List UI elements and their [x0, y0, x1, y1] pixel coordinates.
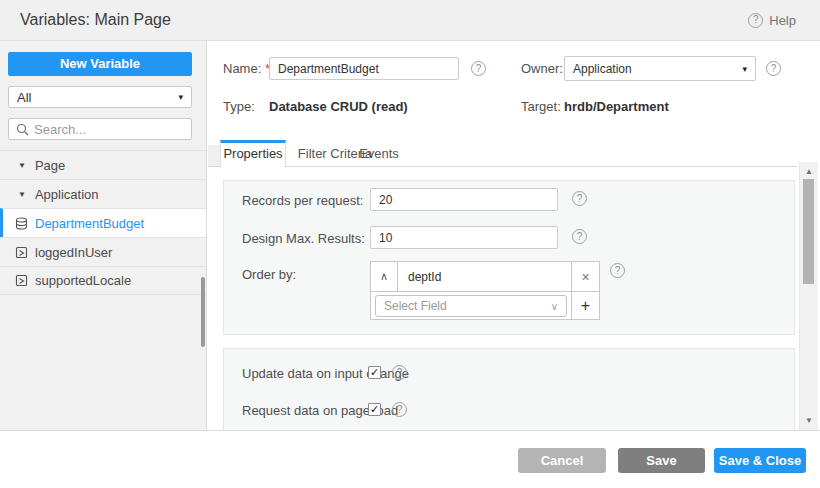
- update-data-help-icon[interactable]: ?: [392, 365, 407, 380]
- design-help-icon[interactable]: ?: [572, 229, 587, 244]
- behavior-settings-group: Update data on input change ✓ ? Request …: [223, 348, 795, 430]
- page-title: Variables: Main Page: [20, 0, 171, 40]
- order-by-row: ∧ deptId ×: [371, 262, 599, 291]
- help-icon: ?: [748, 13, 763, 28]
- request-data-help-icon[interactable]: ?: [392, 402, 407, 417]
- sort-direction-button[interactable]: ∧: [371, 262, 398, 291]
- help-label: Help: [769, 13, 796, 28]
- sidebar-scrollbar-thumb[interactable]: [201, 277, 205, 347]
- sidebar: New Variable All ▾ ▼ Page ▼ Application: [0, 41, 207, 430]
- tab-bar-notch: [208, 145, 220, 166]
- tree-item-loggedinuser[interactable]: loggedInUser: [0, 237, 206, 266]
- variable-filter-select[interactable]: All ▾: [8, 86, 192, 108]
- name-help-icon[interactable]: ?: [471, 61, 486, 76]
- request-data-checkbox[interactable]: ✓: [368, 403, 381, 416]
- search-icon: [15, 122, 29, 136]
- update-data-label: Update data on input change: [242, 366, 409, 381]
- expand-arrow-icon: ▼: [18, 190, 26, 199]
- target-label: Target:: [521, 99, 561, 114]
- design-max-results-input[interactable]: [370, 226, 558, 249]
- scroll-down-arrow-icon[interactable]: ▼: [800, 416, 818, 425]
- dialog-header: Variables: Main Page ? Help: [0, 0, 820, 41]
- order-by-control: ∧ deptId × Select Field ∨ +: [370, 261, 600, 320]
- type-label: Type:: [223, 99, 255, 114]
- caret-up-icon: ∧: [380, 270, 388, 283]
- tab-properties[interactable]: Properties: [220, 140, 286, 167]
- database-variable-icon: [14, 216, 28, 230]
- select-field-cell: Select Field ∨: [371, 292, 571, 320]
- remove-field-button[interactable]: ×: [571, 262, 599, 291]
- save-button[interactable]: Save: [618, 448, 705, 473]
- query-settings-group: Records per request: ? Design Max. Resul…: [223, 180, 795, 335]
- scroll-up-arrow-icon[interactable]: ▲: [800, 167, 818, 176]
- select-field-placeholder: Select Field: [384, 299, 447, 313]
- type-value: Database CRUD (read): [269, 99, 408, 114]
- add-field-row: Select Field ∨ +: [371, 291, 599, 320]
- properties-panel: Records per request: ? Design Max. Resul…: [208, 168, 797, 430]
- variable-icon: [14, 245, 28, 259]
- records-help-icon[interactable]: ?: [572, 191, 587, 206]
- design-max-results-label: Design Max. Results:: [242, 231, 365, 246]
- chevron-down-icon: ▾: [178, 92, 183, 102]
- tree-item-departmentbudget[interactable]: DepartmentBudget: [0, 208, 206, 237]
- variable-icon: [14, 274, 28, 288]
- owner-help-icon[interactable]: ?: [766, 61, 781, 76]
- search-input[interactable]: [34, 122, 210, 137]
- tree-item-label: supportedLocale: [35, 273, 131, 288]
- save-and-close-button[interactable]: Save & Close: [714, 448, 806, 473]
- order-by-help-icon[interactable]: ?: [610, 263, 625, 278]
- owner-value: Application: [573, 62, 632, 76]
- expand-arrow-icon: ▼: [18, 161, 26, 170]
- scrollbar-thumb[interactable]: [803, 179, 814, 284]
- main-scrollbar[interactable]: ▲ ▼: [799, 162, 818, 430]
- variable-filter-value: All: [17, 90, 31, 105]
- target-value: hrdb/Department: [564, 99, 669, 114]
- name-input[interactable]: [269, 57, 459, 80]
- tree-item-label: loggedInUser: [35, 245, 112, 260]
- order-by-field[interactable]: deptId: [398, 262, 571, 291]
- tree-group-label: Page: [35, 158, 65, 173]
- new-variable-button[interactable]: New Variable: [8, 52, 192, 76]
- records-per-request-input[interactable]: [370, 188, 558, 211]
- cancel-button[interactable]: Cancel: [518, 448, 606, 473]
- tree-group-page[interactable]: ▼ Page: [0, 150, 206, 179]
- chevron-down-icon: ∨: [551, 301, 558, 312]
- variables-dialog: Variables: Main Page ? Help New Variable…: [0, 0, 820, 488]
- tab-events[interactable]: Events: [356, 140, 402, 167]
- update-data-checkbox[interactable]: ✓: [368, 366, 381, 379]
- variable-tree: ▼ Page ▼ Application DepartmentBudget lo…: [0, 150, 206, 295]
- add-field-button[interactable]: +: [571, 292, 599, 320]
- close-icon: ×: [581, 269, 589, 285]
- select-field-dropdown[interactable]: Select Field ∨: [375, 295, 567, 317]
- records-per-request-label: Records per request:: [242, 193, 363, 208]
- tree-group-label: Application: [35, 187, 99, 202]
- tree-group-application[interactable]: ▼ Application: [0, 179, 206, 208]
- help-link[interactable]: ? Help: [748, 0, 796, 40]
- tree-item-label: DepartmentBudget: [35, 216, 144, 231]
- variable-detail-pane: Name: * ? Owner: * Application ▾ ? Type:…: [208, 41, 820, 430]
- search-box: [8, 118, 192, 140]
- dialog-footer: Cancel Save Save & Close: [0, 430, 820, 488]
- name-label: Name: *: [223, 61, 270, 76]
- tree-item-supportedlocale[interactable]: supportedLocale: [0, 266, 206, 295]
- order-by-label: Order by:: [242, 267, 296, 282]
- owner-select[interactable]: Application ▾: [564, 56, 756, 81]
- chevron-down-icon: ▾: [742, 64, 747, 74]
- plus-icon: +: [581, 297, 590, 315]
